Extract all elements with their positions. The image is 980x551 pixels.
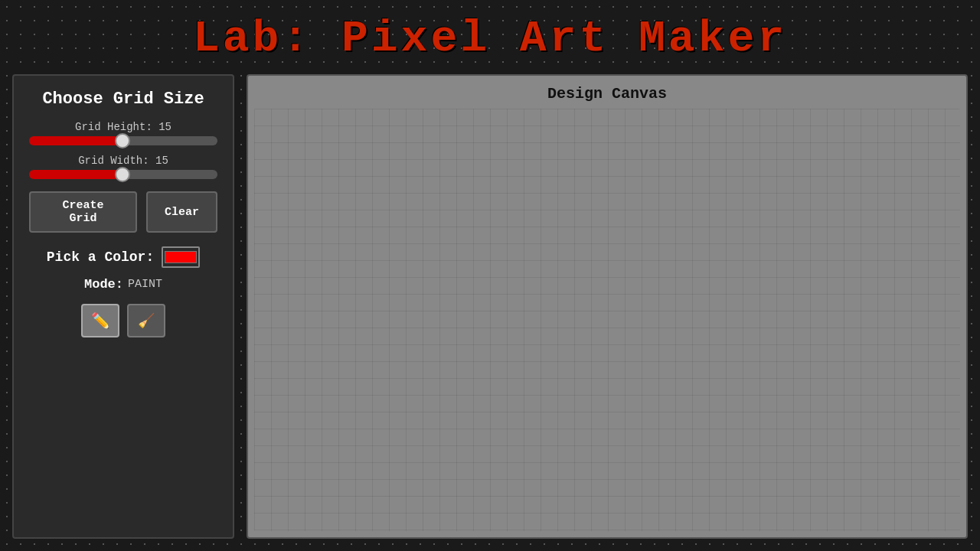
app-title: Lab: Pixel Art Maker (193, 14, 787, 64)
grid-width-label: Grid Width: 15 (29, 155, 217, 167)
canvas-title: Design Canvas (248, 76, 966, 109)
left-panel: Choose Grid Size Grid Height: 15 Grid Wi… (12, 74, 234, 539)
canvas-area[interactable] (254, 109, 960, 531)
grid-height-slider[interactable] (29, 136, 217, 145)
title-bar: Lab: Pixel Art Maker (0, 0, 980, 74)
color-input[interactable] (162, 246, 200, 268)
mode-label: Mode: (84, 277, 123, 292)
main-area: Choose Grid Size Grid Height: 15 Grid Wi… (0, 74, 980, 551)
eraser-icon: 🧹 (138, 312, 155, 329)
grid-width-slider[interactable] (29, 170, 217, 179)
color-pick-label: Pick a Color: (47, 249, 154, 265)
color-picker-row: Pick a Color: (29, 246, 217, 268)
mode-row: Mode: PAINT (29, 277, 217, 292)
mode-value: PAINT (128, 278, 162, 291)
content-wrapper: Lab: Pixel Art Maker Choose Grid Size Gr… (0, 0, 980, 551)
paint-brush-icon: ✏️ (91, 311, 110, 330)
eraser-tool-button[interactable]: 🧹 (127, 304, 165, 337)
buttons-row: Create Grid Clear (29, 191, 217, 233)
grid-height-label: Grid Height: 15 (29, 121, 217, 133)
canvas-panel: Design Canvas (247, 74, 968, 539)
tool-buttons: ✏️ 🧹 (29, 304, 217, 337)
create-grid-button[interactable]: Create Grid (29, 191, 137, 233)
panel-title: Choose Grid Size (29, 90, 217, 109)
clear-button[interactable]: Clear (146, 191, 217, 233)
grid-width-container: Grid Width: 15 (29, 155, 217, 179)
paint-tool-button[interactable]: ✏️ (81, 304, 119, 337)
grid-height-container: Grid Height: 15 (29, 121, 217, 145)
